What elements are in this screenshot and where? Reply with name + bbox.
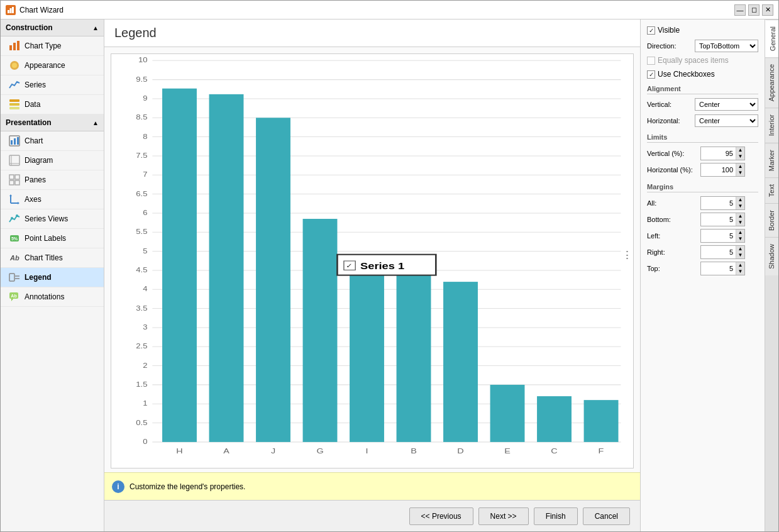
sidebar-item-series-views[interactable]: Series Views	[1, 209, 104, 229]
window-controls: — ◻ ✕	[734, 4, 773, 16]
title-bar: Chart Wizard — ◻ ✕	[1, 1, 778, 19]
maximize-button[interactable]: ◻	[748, 4, 760, 16]
chart-area: 10 9.5 9 8.5 8 7.5 7 6.5 6 5.5 5 4.5 4 3…	[111, 53, 634, 468]
sidebar-item-diagram[interactable]: Diagram	[1, 151, 104, 170]
svg-text:7: 7	[143, 171, 147, 178]
presentation-section-header[interactable]: Presentation ▲	[1, 114, 104, 131]
vertical-pct-down[interactable]: ▼	[736, 153, 744, 160]
bottom-margin-down[interactable]: ▼	[736, 219, 744, 226]
diagram-label: Diagram	[25, 156, 53, 165]
svg-text:Series 1: Series 1	[360, 261, 404, 271]
svg-rect-2	[12, 7, 14, 13]
tab-appearance[interactable]: Appearance	[765, 57, 778, 108]
right-margin-down[interactable]: ▼	[736, 252, 744, 258]
svg-text:3.5: 3.5	[136, 304, 148, 311]
svg-rect-86	[443, 282, 478, 442]
top-margin-up[interactable]: ▲	[736, 262, 744, 269]
sidebar-item-panes[interactable]: Panes	[1, 170, 104, 190]
series-icon	[8, 79, 21, 91]
bar-chart: 10 9.5 9 8.5 8 7.5 7 6.5 6 5.5 5 4.5 4 3…	[111, 54, 633, 468]
legend-label: Legend	[25, 273, 52, 282]
close-button[interactable]: ✕	[762, 4, 773, 16]
sidebar-item-legend[interactable]: Legend	[1, 268, 104, 287]
svg-point-7	[12, 63, 17, 68]
svg-text:G: G	[316, 447, 323, 455]
left-margin-input[interactable]	[701, 231, 736, 241]
use-checkboxes-row: Use Checkboxes	[647, 70, 758, 79]
right-margin-input[interactable]	[701, 247, 736, 257]
minimize-button[interactable]: —	[734, 4, 746, 16]
use-checkboxes-checkbox[interactable]	[647, 70, 655, 79]
direction-select[interactable]: TopToBottom LeftToRight	[695, 40, 758, 52]
svg-text:8: 8	[143, 133, 148, 140]
vertical-align-select[interactable]: Center Top Bottom	[695, 98, 758, 111]
svg-marker-24	[9, 194, 12, 196]
vertical-pct-up[interactable]: ▲	[736, 147, 744, 153]
tab-shadow[interactable]: Shadow	[765, 237, 778, 275]
all-margin-up[interactable]: ▲	[736, 197, 744, 203]
tab-general[interactable]: General	[765, 19, 778, 57]
sidebar-item-appearance[interactable]: Appearance	[1, 56, 104, 75]
vertical-pct-input[interactable]	[701, 148, 736, 158]
finish-button[interactable]: Finish	[534, 507, 578, 525]
svg-text:6.5: 6.5	[136, 190, 148, 197]
visible-checkbox[interactable]	[647, 26, 655, 35]
sidebar: Construction ▲ Chart Type Appearance Se	[1, 19, 104, 531]
svg-text:2.5: 2.5	[136, 343, 148, 350]
tab-interior[interactable]: Interior	[765, 108, 778, 142]
chart-titles-icon: Ab	[8, 252, 21, 264]
right-margin-up[interactable]: ▲	[736, 246, 744, 252]
left-margin-up[interactable]: ▲	[736, 230, 744, 236]
horizontal-pct-up[interactable]: ▲	[736, 163, 744, 170]
top-margin-input[interactable]	[701, 263, 736, 274]
sidebar-item-data[interactable]: Data	[1, 95, 104, 114]
svg-text:⋮: ⋮	[621, 249, 633, 260]
previous-button[interactable]: << Previous	[409, 507, 473, 525]
svg-text:Ab: Ab	[9, 254, 19, 262]
sidebar-item-axes[interactable]: Axes	[1, 190, 104, 209]
center-area: Legend	[104, 19, 640, 531]
svg-text:H: H	[176, 447, 182, 455]
left-margin-down[interactable]: ▼	[736, 236, 744, 242]
svg-text:0: 0	[143, 438, 148, 445]
construction-section-header[interactable]: Construction ▲	[1, 19, 104, 36]
sidebar-item-chart-type[interactable]: Chart Type	[1, 36, 104, 56]
left-margin-row: Left: ▲ ▼	[647, 229, 758, 243]
svg-rect-8	[9, 99, 19, 102]
sidebar-item-chart[interactable]: Chart	[1, 131, 104, 151]
horizontal-pct-down[interactable]: ▼	[736, 170, 744, 176]
svg-marker-25	[18, 202, 19, 204]
tab-marker[interactable]: Marker	[765, 143, 778, 177]
sidebar-item-series[interactable]: Series	[1, 75, 104, 95]
tab-text[interactable]: Text	[765, 177, 778, 203]
bottom-margin-up[interactable]: ▲	[736, 213, 744, 219]
panes-label: Panes	[25, 175, 46, 184]
chart-p-icon	[8, 135, 21, 147]
right-margin-row: Right: ▲ ▼	[647, 245, 758, 259]
vertical-pct-row: Vertical (%): ▲ ▼	[647, 147, 758, 160]
sidebar-item-chart-titles[interactable]: Ab Chart Titles	[1, 248, 104, 268]
horizontal-align-select[interactable]: Center Left Right	[695, 114, 758, 127]
all-margin-down[interactable]: ▼	[736, 203, 744, 209]
bottom-margin-input[interactable]	[701, 214, 736, 224]
vertical-pct-label: Vertical (%):	[647, 150, 700, 157]
svg-rect-4	[13, 43, 16, 50]
bar-chart-icon	[8, 40, 21, 52]
next-button[interactable]: Next >>	[478, 507, 529, 525]
equally-spaces-checkbox[interactable]	[647, 57, 655, 65]
horizontal-pct-input[interactable]	[701, 165, 736, 175]
alignment-section: Alignment	[647, 85, 758, 94]
all-margin-input[interactable]	[701, 198, 736, 208]
left-margin-label: Left:	[647, 232, 700, 240]
sidebar-item-point-labels[interactable]: 5% Point Labels	[1, 229, 104, 248]
series-views-label: Series Views	[25, 214, 68, 223]
cancel-button[interactable]: Cancel	[583, 507, 630, 525]
sidebar-item-annotations[interactable]: Ab Annotations	[1, 287, 104, 307]
svg-rect-84	[350, 265, 384, 442]
equally-spaces-row: Equally spaces items	[647, 56, 758, 65]
top-margin-down[interactable]: ▼	[736, 269, 744, 275]
all-margin-label: All:	[647, 199, 700, 207]
svg-rect-3	[9, 45, 12, 50]
tab-border[interactable]: Border	[765, 203, 778, 237]
svg-rect-21	[15, 180, 19, 185]
